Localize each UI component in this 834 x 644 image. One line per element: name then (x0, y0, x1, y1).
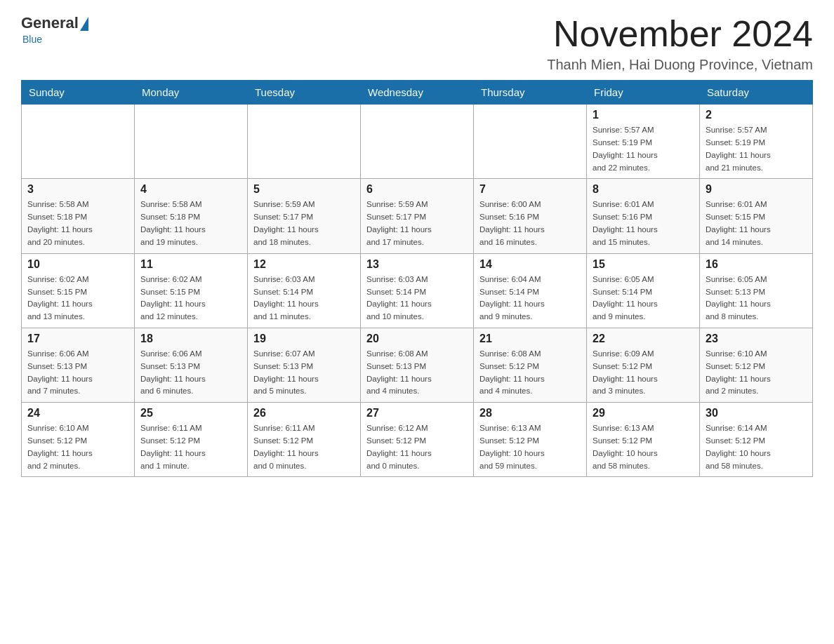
title-section: November 2024 Thanh Mien, Hai Duong Prov… (547, 14, 813, 73)
day-number: 10 (27, 258, 128, 271)
calendar-cell: 9Sunrise: 6:01 AM Sunset: 5:15 PM Daylig… (700, 179, 813, 253)
calendar-cell: 14Sunrise: 6:04 AM Sunset: 5:14 PM Dayli… (474, 253, 587, 328)
day-info: Sunrise: 6:01 AM Sunset: 5:15 PM Dayligh… (706, 199, 807, 248)
day-number: 13 (366, 258, 468, 271)
calendar-cell: 30Sunrise: 6:14 AM Sunset: 5:12 PM Dayli… (700, 403, 813, 477)
calendar-cell: 7Sunrise: 6:00 AM Sunset: 5:16 PM Daylig… (474, 179, 587, 253)
day-info: Sunrise: 6:13 AM Sunset: 5:12 PM Dayligh… (593, 422, 694, 472)
calendar-week-5: 24Sunrise: 6:10 AM Sunset: 5:12 PM Dayli… (22, 403, 813, 477)
weekday-header-friday: Friday (587, 81, 700, 105)
day-info: Sunrise: 5:57 AM Sunset: 5:19 PM Dayligh… (593, 124, 694, 174)
calendar-cell: 23Sunrise: 6:10 AM Sunset: 5:12 PM Dayli… (700, 328, 813, 402)
logo-triangle-icon (80, 17, 88, 31)
calendar-cell: 2Sunrise: 5:57 AM Sunset: 5:19 PM Daylig… (700, 105, 813, 179)
calendar-cell: 1Sunrise: 5:57 AM Sunset: 5:19 PM Daylig… (587, 105, 700, 179)
day-number: 15 (593, 258, 694, 271)
weekday-header-tuesday: Tuesday (248, 81, 361, 105)
day-number: 2 (706, 109, 807, 121)
calendar-cell: 26Sunrise: 6:11 AM Sunset: 5:12 PM Dayli… (248, 403, 361, 477)
day-info: Sunrise: 6:03 AM Sunset: 5:14 PM Dayligh… (253, 274, 355, 323)
day-number: 20 (366, 333, 468, 345)
calendar-cell: 3Sunrise: 5:58 AM Sunset: 5:18 PM Daylig… (22, 179, 135, 253)
calendar-cell: 4Sunrise: 5:58 AM Sunset: 5:18 PM Daylig… (135, 179, 248, 253)
day-number: 21 (479, 333, 581, 345)
logo-text: General (21, 14, 88, 32)
page-header: General Blue November 2024 Thanh Mien, H… (21, 14, 813, 73)
calendar-cell: 21Sunrise: 6:08 AM Sunset: 5:12 PM Dayli… (474, 328, 587, 402)
day-info: Sunrise: 6:08 AM Sunset: 5:13 PM Dayligh… (366, 348, 468, 398)
day-number: 16 (706, 258, 807, 271)
calendar-cell: 10Sunrise: 6:02 AM Sunset: 5:15 PM Dayli… (22, 253, 135, 328)
day-number: 7 (479, 183, 581, 196)
calendar-cell: 24Sunrise: 6:10 AM Sunset: 5:12 PM Dayli… (22, 403, 135, 477)
day-number: 12 (253, 258, 355, 271)
day-number: 4 (140, 183, 241, 196)
calendar-cell (474, 105, 587, 179)
calendar-week-4: 17Sunrise: 6:06 AM Sunset: 5:13 PM Dayli… (22, 328, 813, 402)
calendar-cell: 17Sunrise: 6:06 AM Sunset: 5:13 PM Dayli… (22, 328, 135, 402)
day-number: 3 (27, 183, 128, 196)
day-info: Sunrise: 6:04 AM Sunset: 5:14 PM Dayligh… (479, 274, 581, 323)
calendar-cell: 12Sunrise: 6:03 AM Sunset: 5:14 PM Dayli… (248, 253, 361, 328)
calendar-cell (361, 105, 474, 179)
calendar-cell (135, 105, 248, 179)
calendar-cell: 28Sunrise: 6:13 AM Sunset: 5:12 PM Dayli… (474, 403, 587, 477)
day-number: 24 (27, 407, 128, 420)
day-info: Sunrise: 6:10 AM Sunset: 5:12 PM Dayligh… (706, 348, 807, 398)
calendar-cell: 25Sunrise: 6:11 AM Sunset: 5:12 PM Dayli… (135, 403, 248, 477)
logo: General Blue (21, 14, 88, 45)
day-info: Sunrise: 6:05 AM Sunset: 5:13 PM Dayligh… (706, 274, 807, 323)
calendar-cell: 20Sunrise: 6:08 AM Sunset: 5:13 PM Dayli… (361, 328, 474, 402)
weekday-header-monday: Monday (135, 81, 248, 105)
day-number: 5 (253, 183, 355, 196)
logo-general: General (21, 14, 79, 32)
calendar-cell: 5Sunrise: 5:59 AM Sunset: 5:17 PM Daylig… (248, 179, 361, 253)
calendar-table: SundayMondayTuesdayWednesdayThursdayFrid… (21, 80, 813, 477)
calendar-cell: 18Sunrise: 6:06 AM Sunset: 5:13 PM Dayli… (135, 328, 248, 402)
day-number: 27 (366, 407, 468, 420)
weekday-header-wednesday: Wednesday (361, 81, 474, 105)
calendar-cell: 15Sunrise: 6:05 AM Sunset: 5:14 PM Dayli… (587, 253, 700, 328)
calendar-cell: 29Sunrise: 6:13 AM Sunset: 5:12 PM Dayli… (587, 403, 700, 477)
day-info: Sunrise: 6:06 AM Sunset: 5:13 PM Dayligh… (27, 348, 128, 398)
location-title: Thanh Mien, Hai Duong Province, Vietnam (547, 57, 813, 73)
day-info: Sunrise: 6:02 AM Sunset: 5:15 PM Dayligh… (27, 274, 128, 323)
day-number: 25 (140, 407, 241, 420)
logo-blue-part (79, 17, 88, 29)
calendar-week-2: 3Sunrise: 5:58 AM Sunset: 5:18 PM Daylig… (22, 179, 813, 253)
day-info: Sunrise: 6:11 AM Sunset: 5:12 PM Dayligh… (140, 422, 241, 472)
day-info: Sunrise: 6:01 AM Sunset: 5:16 PM Dayligh… (593, 199, 694, 248)
day-number: 17 (27, 333, 128, 345)
day-number: 6 (366, 183, 468, 196)
calendar-week-1: 1Sunrise: 5:57 AM Sunset: 5:19 PM Daylig… (22, 105, 813, 179)
day-info: Sunrise: 6:05 AM Sunset: 5:14 PM Dayligh… (593, 274, 694, 323)
day-number: 22 (593, 333, 694, 345)
weekday-header-row: SundayMondayTuesdayWednesdayThursdayFrid… (22, 81, 813, 105)
calendar-cell (248, 105, 361, 179)
weekday-header-sunday: Sunday (22, 81, 135, 105)
logo-subtitle: Blue (22, 34, 42, 45)
day-number: 19 (253, 333, 355, 345)
calendar-cell: 13Sunrise: 6:03 AM Sunset: 5:14 PM Dayli… (361, 253, 474, 328)
calendar-cell: 19Sunrise: 6:07 AM Sunset: 5:13 PM Dayli… (248, 328, 361, 402)
day-info: Sunrise: 6:14 AM Sunset: 5:12 PM Dayligh… (706, 422, 807, 472)
calendar-cell: 8Sunrise: 6:01 AM Sunset: 5:16 PM Daylig… (587, 179, 700, 253)
day-number: 11 (140, 258, 241, 271)
day-number: 1 (593, 109, 694, 121)
day-number: 28 (479, 407, 581, 420)
day-info: Sunrise: 6:09 AM Sunset: 5:12 PM Dayligh… (593, 348, 694, 398)
day-info: Sunrise: 5:59 AM Sunset: 5:17 PM Dayligh… (253, 199, 355, 248)
day-number: 14 (479, 258, 581, 271)
day-info: Sunrise: 6:06 AM Sunset: 5:13 PM Dayligh… (140, 348, 241, 398)
day-info: Sunrise: 6:03 AM Sunset: 5:14 PM Dayligh… (366, 274, 468, 323)
day-number: 30 (706, 407, 807, 420)
day-number: 29 (593, 407, 694, 420)
day-info: Sunrise: 6:00 AM Sunset: 5:16 PM Dayligh… (479, 199, 581, 248)
day-info: Sunrise: 6:12 AM Sunset: 5:12 PM Dayligh… (366, 422, 468, 472)
day-number: 23 (706, 333, 807, 345)
calendar-cell: 16Sunrise: 6:05 AM Sunset: 5:13 PM Dayli… (700, 253, 813, 328)
day-info: Sunrise: 5:57 AM Sunset: 5:19 PM Dayligh… (706, 124, 807, 174)
day-info: Sunrise: 6:13 AM Sunset: 5:12 PM Dayligh… (479, 422, 581, 472)
day-info: Sunrise: 6:08 AM Sunset: 5:12 PM Dayligh… (479, 348, 581, 398)
day-info: Sunrise: 6:10 AM Sunset: 5:12 PM Dayligh… (27, 422, 128, 472)
